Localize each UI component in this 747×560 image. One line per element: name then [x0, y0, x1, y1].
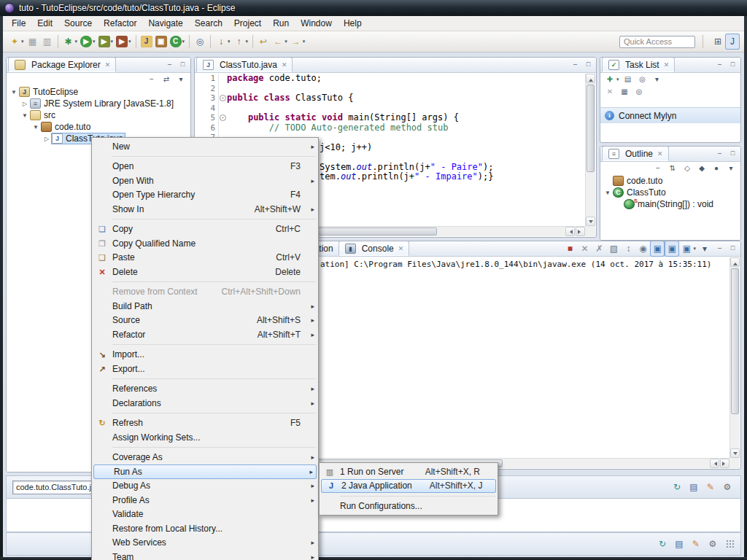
menu-project[interactable]: Project [228, 17, 267, 30]
preferences-gear-icon[interactable]: ⚙ [705, 536, 720, 552]
collapse-all-icon[interactable]: − [651, 163, 665, 174]
scrollbar-thumb[interactable] [587, 85, 595, 172]
fold-marker-icon[interactable]: - [220, 114, 226, 121]
menu-item-copy-qualified-name[interactable]: Copy Qualified Name [92, 236, 318, 251]
close-icon[interactable]: ✕ [657, 150, 663, 158]
synchronize-icon[interactable]: ↻ [670, 479, 684, 495]
menu-item-1-run-on-server[interactable]: 1 Run on ServerAlt+Shift+X, R [320, 464, 498, 479]
hide-non-public-members-icon[interactable]: ● [709, 163, 724, 174]
forward-icon[interactable]: →▾ [289, 34, 307, 50]
new-class-icon[interactable]: C▾ [169, 34, 187, 50]
tree-item-main-string-void[interactable]: main(String[]) : void [600, 198, 720, 210]
synchronize-icon[interactable]: ↻ [655, 536, 670, 552]
scroll-down-icon[interactable] [586, 217, 595, 226]
last-edit-location-icon[interactable]: ↩ [256, 34, 271, 50]
expanded-arrow-icon[interactable]: ▼ [9, 89, 18, 96]
view-menu-icon[interactable]: ▾ [174, 74, 188, 85]
scheduled-view-icon[interactable]: ▦ [617, 86, 632, 98]
focus-on-workweek-icon[interactable]: ◎ [632, 86, 646, 98]
close-icon[interactable]: ✕ [664, 61, 670, 69]
menu-item-refresh[interactable]: RefreshF5 [92, 416, 318, 431]
expanded-arrow-icon[interactable]: ▼ [603, 190, 612, 196]
menu-item-open[interactable]: OpenF3 [92, 160, 318, 174]
categorized-icon[interactable]: ▤ [621, 74, 635, 85]
menu-item-validate[interactable]: Validate [92, 508, 318, 522]
remove-all-terminated-icon[interactable]: ✗ [592, 241, 606, 257]
menu-help[interactable]: Help [338, 17, 368, 30]
java-perspective-icon[interactable]: J [725, 34, 740, 50]
scroll-right-icon[interactable] [720, 459, 729, 468]
menu-item-build-path[interactable]: Build Path▸ [92, 299, 318, 314]
minimize-view-icon[interactable]: – [714, 149, 725, 159]
show-on-stdout-icon[interactable]: ▣ [650, 241, 665, 257]
run-icon[interactable]: ▶▾ [79, 34, 97, 50]
new-task-icon[interactable]: ✚▾ [603, 74, 621, 85]
menu-item-refactor[interactable]: RefactorAlt+Shift+T▸ [92, 327, 318, 342]
write-note-icon[interactable]: ✎ [703, 479, 718, 495]
tree-item-src[interactable]: ▼src [7, 109, 62, 121]
menu-item-remove-from-context[interactable]: Remove from ContextCtrl+Alt+Shift+Down [92, 285, 318, 300]
back-icon[interactable]: ←▾ [271, 34, 289, 50]
scrollbar-thumb[interactable] [731, 268, 739, 414]
close-icon[interactable]: ✕ [105, 61, 111, 69]
menu-item-run-as[interactable]: Run As▸ [93, 464, 317, 479]
quick-access-input[interactable]: Quick Access [619, 36, 695, 48]
write-note-icon[interactable]: ✎ [689, 536, 703, 552]
scroll-down-icon[interactable] [730, 448, 740, 458]
maximize-view-icon[interactable]: □ [583, 60, 594, 70]
menu-item-declarations[interactable]: Declarations▸ [92, 396, 318, 411]
view-menu-icon[interactable]: ▾ [697, 241, 712, 257]
menu-item-new[interactable]: New▸ [92, 139, 318, 154]
fold-marker-icon[interactable]: - [220, 95, 226, 101]
menu-item-import[interactable]: Import... [92, 348, 318, 362]
menu-item-show-in[interactable]: Show InAlt+Shift+W▸ [92, 202, 318, 217]
menu-item-export[interactable]: Export... [92, 362, 318, 376]
minimize-view-icon[interactable]: – [164, 60, 175, 70]
deactivate-task-icon[interactable]: ✕ [603, 86, 617, 98]
menu-item-assign-working-sets[interactable]: Assign Working Sets... [92, 430, 318, 445]
hide-static-members-icon[interactable]: ◆ [694, 163, 709, 174]
scroll-left-icon[interactable] [565, 227, 575, 236]
collapsed-arrow-icon[interactable]: ▷ [20, 101, 29, 107]
maximize-view-icon[interactable]: □ [727, 149, 738, 159]
tab-package-explorer[interactable]: Package Explorer ✕ [8, 57, 116, 72]
tab-outline[interactable]: Outline ✕ [602, 146, 669, 161]
remove-launch-icon[interactable]: ✕ [577, 241, 592, 257]
menu-item-open-type-hierarchy[interactable]: Open Type HierarchyF4 [92, 188, 318, 203]
menu-item-run-configurations[interactable]: Run Configurations... [320, 499, 498, 513]
scroll-lock-icon[interactable]: ↕ [621, 241, 635, 257]
menu-window[interactable]: Window [295, 17, 338, 30]
terminate-icon[interactable]: ■ [562, 241, 577, 257]
tree-item-tutoeclipse[interactable]: ▼TutoEclipse [7, 86, 85, 98]
menu-item-restore-from-local-history[interactable]: Restore from Local History... [92, 521, 318, 536]
preferences-gear-icon[interactable]: ⚙ [720, 479, 735, 495]
menu-item-team[interactable]: Team▸ [92, 550, 318, 560]
menu-item-references[interactable]: References▸ [92, 382, 318, 397]
collapsed-arrow-icon[interactable]: ▷ [42, 136, 51, 142]
filter-completed-icon[interactable]: ◎ [635, 74, 650, 85]
menu-search[interactable]: Search [189, 17, 228, 30]
link-with-editor-icon[interactable]: ⇄ [159, 74, 174, 85]
menu-item-paste[interactable]: PasteCtrl+V [92, 251, 318, 265]
new-package-icon[interactable]: ▣ [154, 34, 169, 50]
debug-icon[interactable]: ✱▾ [61, 34, 80, 50]
show-on-stderr-icon[interactable]: ▣ [665, 241, 679, 257]
pin-console-icon[interactable]: ◉ [635, 241, 650, 257]
search-icon[interactable]: ◎ [193, 34, 207, 50]
new-wizard-icon[interactable]: ✦▾ [7, 34, 26, 50]
minimize-view-icon[interactable]: – [570, 60, 581, 70]
collapse-all-icon[interactable]: − [144, 74, 159, 85]
coverage-icon[interactable]: ▶▾ [97, 34, 115, 50]
menu-edit[interactable]: Edit [31, 17, 58, 30]
clear-console-icon[interactable]: ▧ [606, 241, 621, 257]
close-icon[interactable]: ✕ [282, 61, 287, 69]
save-icon[interactable]: ▦ [26, 34, 40, 50]
console-vertical-scrollbar[interactable] [729, 257, 740, 458]
tab-task-list[interactable]: Task List ✕ [602, 57, 675, 72]
menu-item-debug-as[interactable]: Debug As▸ [92, 479, 318, 494]
sort-icon[interactable]: ⇅ [665, 163, 680, 174]
scroll-right-icon[interactable] [576, 227, 585, 236]
minimize-view-icon[interactable]: – [714, 60, 725, 70]
open-perspective-icon[interactable]: ⊞ [711, 34, 725, 50]
menu-item-web-services[interactable]: Web Services▸ [92, 536, 318, 551]
